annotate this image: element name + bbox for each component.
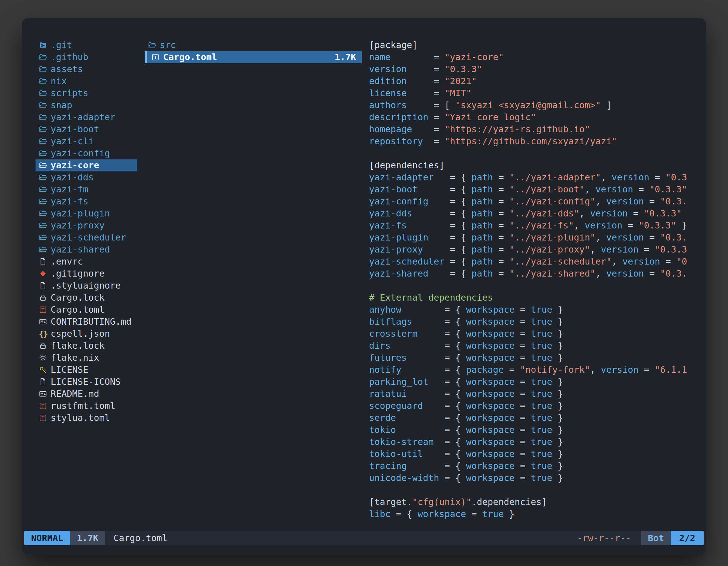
- preview-line: dirs = { workspace = true }: [369, 340, 692, 352]
- file-row[interactable]: LICENSE: [36, 364, 137, 376]
- preview-line: homepage = "https://yazi-rs.github.io": [369, 123, 692, 135]
- file-row[interactable]: flake.nix: [36, 352, 137, 364]
- folder-icon: [39, 125, 50, 133]
- file-row[interactable]: .envrc: [36, 256, 137, 268]
- file-row[interactable]: .styluaignore: [36, 280, 137, 292]
- folder-icon: [39, 89, 50, 97]
- folder-icon: [39, 234, 50, 242]
- file-row[interactable]: yazi-scheduler: [36, 232, 137, 244]
- file-size: 1.7K: [335, 51, 358, 63]
- file-row[interactable]: assets: [36, 63, 137, 75]
- preview-line: # External dependencies: [369, 292, 692, 304]
- file-name: LICENSE: [51, 364, 88, 376]
- parent-directory-pane[interactable]: .git.githubassetsnixscriptssnapyazi-adap…: [36, 39, 137, 527]
- file-row[interactable]: stylua.toml: [36, 412, 137, 424]
- file-row[interactable]: nix: [36, 75, 137, 87]
- markdown-icon: [39, 318, 50, 326]
- file-name: flake.nix: [51, 352, 99, 364]
- preview-line: [dependencies]: [369, 159, 692, 172]
- file-name: yazi-cli: [51, 135, 94, 147]
- file-counter-badge: 2/2: [671, 531, 704, 545]
- folder-icon: [39, 53, 50, 61]
- preview-line: edition = "2021": [369, 75, 692, 87]
- file-row[interactable]: flake.lock: [36, 340, 137, 352]
- file-name: .styluaignore: [51, 280, 121, 292]
- preview-line: [369, 280, 692, 292]
- file-icon: [39, 258, 50, 266]
- file-row[interactable]: yazi-config: [36, 147, 137, 159]
- file-row[interactable]: yazi-plugin: [36, 208, 137, 220]
- preview-line: description = "Yazi core logic": [369, 111, 692, 123]
- file-name: .gitignore: [51, 268, 105, 280]
- gear-icon: [39, 354, 50, 362]
- file-name: yazi-proxy: [51, 220, 105, 232]
- preview-line: [package]: [369, 39, 692, 51]
- preview-line: parking_lot = { workspace = true }: [369, 376, 692, 388]
- folder-icon: [39, 77, 50, 85]
- toml-icon: [39, 414, 50, 422]
- folder-icon: [39, 186, 50, 194]
- preview-line: yazi-adapter = { path = "../yazi-adapter…: [369, 172, 692, 184]
- file-row[interactable]: rustfmt.toml: [36, 400, 137, 412]
- file-row[interactable]: yazi-cli: [36, 135, 137, 147]
- file-row[interactable]: LICENSE-ICONS: [36, 376, 137, 388]
- file-row[interactable]: README.md: [36, 388, 137, 400]
- file-name: yazi-core: [51, 159, 99, 172]
- file-row[interactable]: CONTRIBUTING.md: [36, 316, 137, 328]
- file-row[interactable]: scripts: [36, 87, 137, 99]
- file-row[interactable]: .gitignore: [36, 268, 137, 280]
- file-name: assets: [51, 63, 83, 75]
- file-row[interactable]: yazi-shared: [36, 244, 137, 256]
- file-row[interactable]: src: [145, 39, 362, 51]
- file-name: flake.lock: [51, 340, 105, 352]
- file-row[interactable]: Cargo.toml: [36, 304, 137, 316]
- current-directory-pane[interactable]: srcCargo.toml1.7K: [145, 39, 362, 527]
- file-row[interactable]: .git: [36, 39, 137, 51]
- file-row[interactable]: yazi-fm: [36, 184, 137, 196]
- preview-line: repository = "https://github.com/sxyazi/…: [369, 135, 692, 147]
- preview-line: yazi-dds = { path = "../yazi-dds", versi…: [369, 208, 692, 220]
- file-row[interactable]: yazi-adapter: [36, 111, 137, 123]
- file-row[interactable]: {}cspell.json: [36, 328, 137, 340]
- folder-icon: [39, 137, 50, 146]
- file-row[interactable]: yazi-fs: [36, 196, 137, 208]
- file-row[interactable]: snap: [36, 99, 137, 111]
- status-bar-right: -rw-r--r-- Bot 2/2: [577, 531, 704, 545]
- git-folder-icon: [39, 41, 50, 49]
- preview-line: yazi-config = { path = "../yazi-config",…: [369, 196, 692, 208]
- file-name: yazi-fs: [51, 196, 88, 208]
- preview-line: tokio = { workspace = true }: [369, 424, 692, 436]
- preview-line: tracing = { workspace = true }: [369, 460, 692, 472]
- file-name: rustfmt.toml: [51, 400, 115, 412]
- file-name: yazi-config: [51, 147, 110, 159]
- preview-line: bitflags = { workspace = true }: [369, 316, 692, 328]
- preview-line: [target."cfg(unix)".dependencies]: [369, 496, 692, 508]
- file-row[interactable]: yazi-proxy: [36, 220, 137, 232]
- mode-badge: NORMAL: [24, 531, 70, 545]
- file-row[interactable]: yazi-dds: [36, 172, 137, 184]
- preview-line: scopeguard = { workspace = true }: [369, 400, 692, 412]
- folder-icon: [39, 149, 50, 158]
- preview-line: futures = { workspace = true }: [369, 352, 692, 364]
- file-row[interactable]: yazi-core: [36, 159, 137, 172]
- file-row[interactable]: Cargo.toml1.7K: [145, 51, 362, 63]
- preview-line: authors = [ "sxyazi <sxyazi@gmail.com>" …: [369, 99, 692, 111]
- preview-line: name = "yazi-core": [369, 51, 692, 63]
- file-name: yazi-boot: [51, 123, 99, 135]
- preview-line: yazi-boot = { path = "../yazi-boot", ver…: [369, 184, 692, 196]
- toml-icon: [39, 305, 50, 314]
- size-badge: 1.7K: [70, 531, 105, 545]
- file-name: Cargo.lock: [51, 292, 105, 304]
- file-row[interactable]: Cargo.lock: [36, 292, 137, 304]
- file-row[interactable]: yazi-boot: [36, 123, 137, 135]
- markdown-icon: [39, 390, 50, 398]
- file-icon: [39, 378, 50, 386]
- file-preview-pane[interactable]: [package]name = "yazi-core"version = "0.…: [369, 39, 692, 527]
- preview-line: tokio-util = { workspace = true }: [369, 448, 692, 460]
- preview-line: yazi-shared = { path = "../yazi-shared",…: [369, 268, 692, 280]
- file-row[interactable]: .github: [36, 51, 137, 63]
- folder-icon: [148, 41, 159, 49]
- preview-line: libc = { workspace = true }: [369, 508, 692, 520]
- file-name: LICENSE-ICONS: [51, 376, 121, 388]
- status-bar: NORMAL 1.7K Cargo.toml -rw-r--r-- Bot 2/…: [24, 531, 704, 545]
